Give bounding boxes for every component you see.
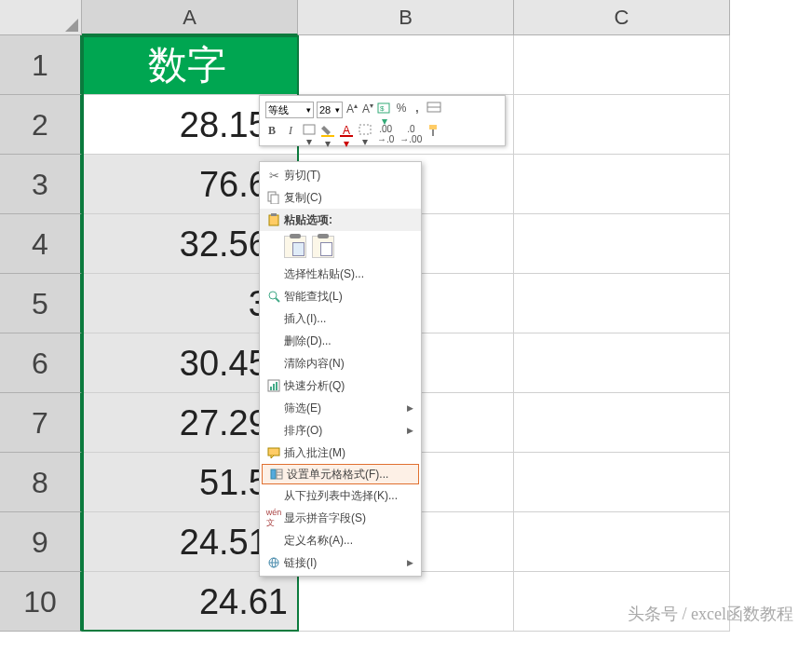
comma-format-icon[interactable]: , — [411, 102, 424, 118]
row-header-10[interactable]: 10 — [0, 572, 82, 632]
menu-format-cells[interactable]: 设置单元格格式(F)... — [262, 464, 419, 484]
menu-clear-contents[interactable]: 清除内容(N) — [260, 352, 421, 374]
row-header-5[interactable]: 5 — [0, 274, 82, 333]
decrease-font-icon[interactable]: A▾ — [361, 102, 374, 118]
quick-analysis-icon — [264, 379, 284, 392]
format-cells-icon — [266, 468, 287, 481]
svg-rect-4 — [304, 125, 315, 134]
merge-center-icon[interactable] — [426, 102, 441, 118]
cell-C5[interactable] — [514, 274, 730, 333]
svg-rect-5 — [321, 135, 334, 137]
menu-hyperlink[interactable]: 链接(I) ▶ — [260, 551, 421, 574]
svg-rect-10 — [271, 195, 278, 204]
cell-B10[interactable] — [298, 572, 514, 632]
svg-rect-18 — [276, 382, 277, 390]
scissors-icon: ✂ — [264, 169, 284, 183]
menu-insert[interactable]: 插入(I)... — [260, 307, 421, 330]
menu-insert-comment[interactable]: 插入批注(M) — [260, 442, 421, 464]
cell-C4[interactable] — [514, 214, 730, 274]
menu-filter[interactable]: 筛选(E) ▶ — [260, 397, 421, 419]
accounting-format-icon[interactable]: $▾ — [377, 102, 392, 118]
cell-C6[interactable] — [514, 333, 730, 393]
select-all-corner[interactable] — [0, 0, 82, 35]
font-color-icon[interactable]: A▾ — [340, 124, 353, 141]
row-header-7[interactable]: 7 — [0, 393, 82, 453]
menu-show-phonetic[interactable]: wén文 显示拼音字段(S) — [260, 507, 421, 529]
col-header-C[interactable]: C — [514, 0, 730, 35]
menu-sort[interactable]: 排序(O) ▶ — [260, 419, 421, 442]
borders-menu-icon[interactable]: ▾ — [359, 124, 372, 141]
svg-rect-17 — [273, 384, 275, 390]
format-painter-icon[interactable] — [427, 124, 440, 141]
submenu-arrow-icon: ▶ — [407, 558, 413, 567]
bold-button[interactable]: B — [265, 124, 278, 141]
cell-C7[interactable] — [514, 393, 730, 453]
submenu-arrow-icon: ▶ — [407, 403, 413, 413]
column-headers: A B C — [0, 0, 812, 35]
menu-paste-options-header: 粘贴选项: — [260, 209, 421, 231]
col-header-B[interactable]: B — [298, 0, 514, 35]
italic-button[interactable]: I — [284, 124, 297, 141]
search-icon — [264, 290, 284, 303]
menu-cut[interactable]: ✂ 剪切(T) — [260, 164, 421, 186]
link-icon — [264, 556, 284, 569]
svg-rect-20 — [271, 469, 276, 479]
svg-rect-19 — [268, 448, 279, 456]
svg-rect-16 — [270, 387, 272, 390]
row-header-4[interactable]: 4 — [0, 214, 82, 274]
menu-copy[interactable]: 复制(C) — [260, 186, 421, 209]
menu-smart-lookup[interactable]: 智能查找(L) — [260, 285, 421, 307]
paste-options-row — [260, 231, 421, 263]
paste-default-icon[interactable] — [284, 236, 306, 258]
svg-rect-7 — [429, 125, 437, 129]
borders-icon[interactable]: ▾ — [303, 124, 316, 141]
font-size-select[interactable]: 28 — [317, 102, 343, 118]
menu-pick-from-dropdown[interactable]: 从下拉列表中选择(K)... — [260, 484, 421, 507]
watermark-text: 头条号 / excel函数教程 — [628, 603, 793, 625]
svg-rect-6 — [359, 125, 371, 134]
row-header-9[interactable]: 9 — [0, 512, 82, 572]
svg-rect-12 — [271, 213, 277, 216]
row-header-2[interactable]: 2 — [0, 95, 82, 155]
increase-font-icon[interactable]: A▴ — [345, 102, 359, 118]
cell-B1[interactable] — [298, 35, 514, 95]
cell-C2[interactable] — [514, 95, 730, 155]
fill-color-icon[interactable]: ▾ — [321, 124, 334, 141]
decimal-decrease-icon[interactable]: .00→.0 — [377, 124, 394, 141]
decimal-increase-icon[interactable]: .0→.00 — [399, 124, 422, 141]
cell-C9[interactable] — [514, 512, 730, 572]
menu-quick-analysis[interactable]: 快速分析(Q) — [260, 374, 421, 397]
menu-define-name[interactable]: 定义名称(A)... — [260, 529, 421, 551]
percent-format-icon[interactable]: % — [395, 102, 408, 118]
row-header-3[interactable]: 3 — [0, 155, 82, 214]
copy-icon — [264, 191, 284, 204]
cell-C1[interactable] — [514, 35, 730, 95]
paste-icon — [264, 213, 284, 226]
cell-A10[interactable]: 24.61 — [82, 572, 298, 632]
context-menu: ✂ 剪切(T) 复制(C) 粘贴选项: 选择性粘贴(S)... 智能查找(L) … — [259, 161, 422, 577]
row-header-8[interactable]: 8 — [0, 453, 82, 512]
cell-C3[interactable] — [514, 155, 730, 214]
svg-rect-11 — [269, 215, 278, 225]
svg-rect-21 — [277, 469, 282, 479]
svg-line-14 — [276, 298, 279, 302]
row-header-1[interactable]: 1 — [0, 35, 82, 95]
svg-text:$: $ — [380, 104, 385, 113]
svg-rect-8 — [432, 129, 434, 136]
menu-delete[interactable]: 删除(D)... — [260, 330, 421, 352]
paste-values-icon[interactable] — [312, 236, 334, 258]
svg-point-13 — [269, 292, 277, 299]
menu-paste-special[interactable]: 选择性粘贴(S)... — [260, 263, 421, 285]
submenu-arrow-icon: ▶ — [407, 426, 413, 435]
font-name-select[interactable]: 等线 — [265, 102, 314, 118]
mini-toolbar: 等线 28 A▴ A▾ $▾ % , B I ▾ ▾ A▾ ▾ .00→.0 .… — [259, 95, 506, 146]
row-header-6[interactable]: 6 — [0, 333, 82, 393]
cell-C8[interactable] — [514, 453, 730, 512]
col-header-A[interactable]: A — [82, 0, 298, 35]
cell-A1[interactable]: 数字 — [82, 35, 298, 95]
phonetic-icon: wén文 — [264, 508, 284, 529]
comment-icon — [264, 446, 284, 459]
